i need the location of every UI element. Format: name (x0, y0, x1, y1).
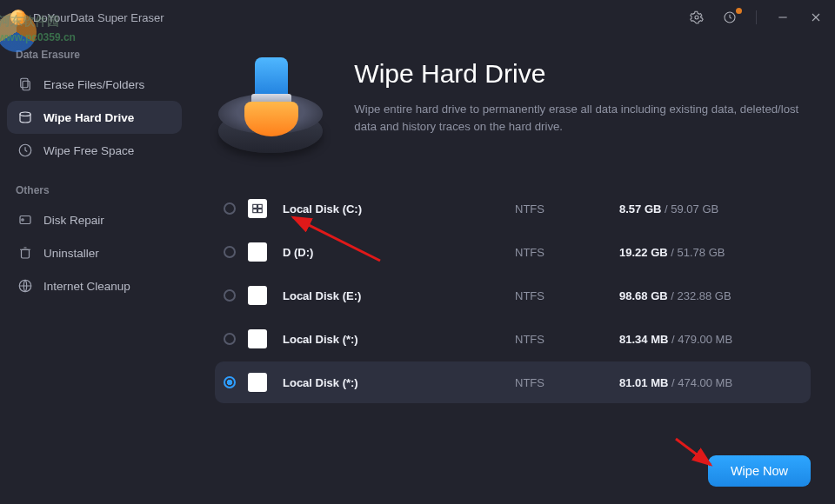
uninstall-icon (17, 245, 33, 261)
minimize-icon[interactable] (776, 10, 790, 24)
main-content: Wipe Hard Drive Wipe entire hard drive t… (189, 35, 835, 504)
svg-rect-13 (258, 209, 263, 213)
sidebar-item-label: Wipe Free Space (43, 144, 134, 157)
drive-radio[interactable] (224, 202, 236, 215)
svg-point-0 (695, 16, 698, 19)
sidebar-item-label: Uninstaller (43, 247, 99, 260)
drive-filesystem: NTFS (515, 202, 619, 216)
wipe-now-button[interactable]: Wipe Now (708, 455, 811, 487)
sidebar: 河东软件园 www.pc0359.cn Data Erasure Erase F… (0, 35, 189, 504)
drive-name: Local Disk (*:) (277, 333, 515, 346)
sidebar-item-wipe-free-space[interactable]: Wipe Free Space (7, 134, 182, 167)
drive-filesystem: NTFS (515, 246, 619, 259)
clock-icon (17, 143, 33, 158)
svg-rect-12 (253, 209, 257, 213)
page-subtitle: Wipe entire hard drive to permanently er… (354, 101, 811, 136)
sidebar-item-erase-files[interactable]: Erase Files/Folders (7, 68, 182, 101)
notification-badge (736, 8, 742, 14)
drive-radio[interactable] (224, 246, 236, 258)
disk-icon (248, 286, 267, 305)
repair-icon (17, 212, 33, 228)
svg-rect-11 (258, 204, 263, 208)
drive-radio[interactable] (224, 376, 236, 388)
drive-size: 19.22 GB / 51.78 GB (619, 246, 811, 259)
drive-icon (17, 109, 33, 125)
sidebar-group-others: Others (7, 179, 182, 203)
drive-name: Local Disk (E:) (277, 289, 515, 302)
close-icon[interactable] (809, 10, 823, 24)
notifications-icon[interactable] (723, 10, 737, 24)
disk-icon (248, 373, 267, 392)
drive-row[interactable]: Local Disk (C:)NTFS8.57 GB / 59.07 GB (215, 188, 811, 229)
svg-rect-2 (21, 78, 28, 88)
drive-radio[interactable] (224, 289, 236, 302)
disk-icon (248, 329, 267, 348)
drive-row[interactable]: Local Disk (*:)NTFS81.34 MB / 479.00 MB (215, 318, 811, 360)
globe-icon (17, 278, 33, 294)
titlebar-divider (756, 10, 757, 24)
drive-size: 8.57 GB / 59.07 GB (619, 202, 811, 216)
app-title: DoYourData Super Eraser (33, 11, 164, 24)
drive-size: 81.34 MB / 479.00 MB (619, 333, 811, 346)
drive-name: D (D:) (277, 246, 515, 259)
drive-filesystem: NTFS (515, 333, 619, 346)
hero-illustration-icon (215, 54, 324, 158)
windows-disk-icon (248, 199, 267, 218)
sidebar-item-label: Internet Cleanup (43, 280, 130, 293)
sidebar-item-uninstaller[interactable]: Uninstaller (7, 236, 182, 269)
title-bar: DoYourData Super Eraser (0, 0, 835, 35)
svg-rect-3 (23, 81, 30, 90)
svg-point-7 (22, 219, 23, 221)
drive-row[interactable]: Local Disk (*:)NTFS81.01 MB / 474.00 MB (215, 361, 811, 403)
sidebar-item-disk-repair[interactable]: Disk Repair (7, 203, 182, 236)
drive-name: Local Disk (*:) (277, 376, 515, 389)
sidebar-item-label: Erase Files/Folders (43, 78, 144, 91)
svg-rect-8 (22, 249, 30, 258)
files-icon (17, 76, 33, 92)
svg-point-4 (20, 112, 30, 116)
disk-icon (248, 242, 267, 262)
drive-list: Local Disk (C:)NTFS8.57 GB / 59.07 GBD (… (215, 188, 811, 403)
settings-icon[interactable] (690, 10, 704, 24)
drive-size: 98.68 GB / 232.88 GB (619, 289, 811, 302)
drive-row[interactable]: Local Disk (E:)NTFS98.68 GB / 232.88 GB (215, 275, 811, 316)
drive-radio[interactable] (224, 333, 236, 345)
drive-filesystem: NTFS (515, 289, 619, 302)
svg-rect-10 (253, 204, 257, 208)
app-logo-icon (10, 10, 26, 25)
drive-size: 81.01 MB / 474.00 MB (619, 376, 811, 389)
sidebar-item-label: Disk Repair (43, 214, 104, 227)
sidebar-group-data-erasure: Data Erasure (7, 43, 182, 68)
sidebar-item-wipe-hard-drive[interactable]: Wipe Hard Drive (7, 101, 182, 134)
page-title: Wipe Hard Drive (354, 59, 811, 89)
drive-filesystem: NTFS (515, 376, 619, 389)
drive-name: Local Disk (C:) (277, 202, 515, 216)
sidebar-item-label: Wipe Hard Drive (43, 111, 134, 124)
sidebar-item-internet-cleanup[interactable]: Internet Cleanup (7, 269, 182, 302)
drive-row[interactable]: D (D:)NTFS19.22 GB / 51.78 GB (215, 231, 811, 273)
